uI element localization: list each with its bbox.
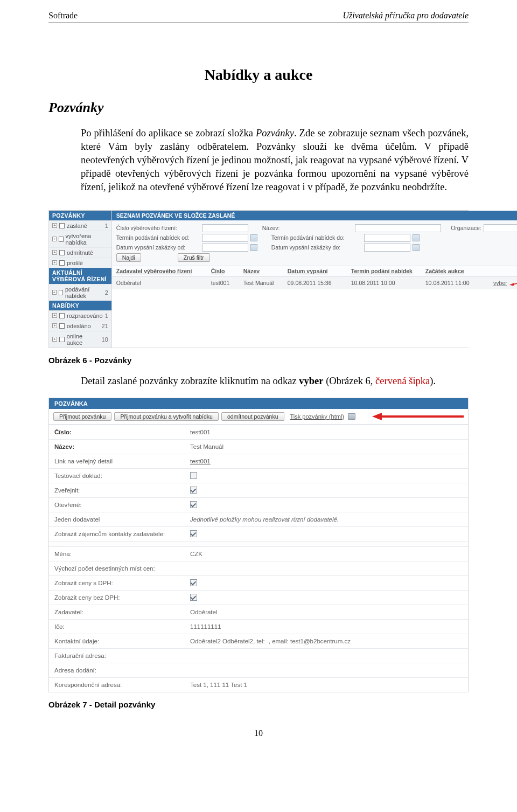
screenshot-pozvanky-list: POZVÁNKY +zaslané1+vytvořena nabídka+odm… — [48, 210, 469, 348]
printer-icon[interactable] — [348, 413, 355, 420]
sidebar-item[interactable]: +odesláno21 — [49, 321, 111, 331]
sidebar-item-label: odesláno — [67, 323, 91, 329]
sidebar-item[interactable]: +zaslané1 — [49, 220, 111, 231]
header-rule — [48, 23, 469, 23]
sidebar-item[interactable]: +odmítnuté — [49, 247, 111, 258]
sidebar-item-count: 21 — [102, 323, 108, 329]
filter-input-date[interactable] — [364, 244, 410, 252]
checkbox-icon[interactable] — [59, 313, 65, 318]
sidebar-item-count: 1 — [105, 223, 108, 229]
chapter-title: Nabídky a aukce — [48, 66, 469, 84]
checkbox-unchecked-icon[interactable] — [190, 472, 197, 479]
sidebar-item[interactable]: +podávání nabídek2 — [49, 284, 111, 301]
sidebar-section-aktualni: AKTUÁLNÍ VÝBĚROVÁ ŘÍZENÍ — [49, 268, 111, 284]
accept-button[interactable]: Přijmout pozvánku — [53, 412, 111, 421]
checkbox-checked-icon[interactable] — [190, 501, 197, 508]
detail-value-link[interactable]: test001 — [190, 458, 211, 464]
red-arrow-annotation — [509, 278, 517, 288]
clear-filter-button[interactable]: Zruš filtr — [178, 253, 210, 262]
calendar-icon[interactable] — [250, 234, 257, 241]
screenshot-pozvanka-detail: POZVÁNKA Přijmout pozvánku Přijmout pozv… — [48, 398, 469, 692]
detail-row: Ičo:111111111 — [49, 619, 468, 634]
detail-key: Zveřejnit: — [54, 487, 190, 494]
detail-value: Odběratel — [190, 609, 218, 615]
th[interactable]: Začátek aukce — [425, 268, 481, 274]
accept-and-create-button[interactable]: Přijmout pozvánku a vytvořit nabídku — [114, 412, 219, 421]
checkbox-icon[interactable] — [59, 337, 65, 342]
checkbox-icon[interactable] — [59, 323, 65, 329]
filter-input-cislo[interactable] — [202, 224, 248, 232]
checkbox-icon[interactable] — [59, 260, 65, 266]
detail-key: Kontaktní údaje: — [54, 638, 190, 644]
th[interactable]: Datum vypsání — [288, 268, 347, 274]
detail-value: test001 — [190, 429, 211, 435]
bold-vyber: vyber — [299, 376, 323, 386]
calendar-icon[interactable] — [413, 234, 420, 241]
th[interactable]: Název — [243, 268, 283, 274]
sidebar-item-count: 10 — [102, 336, 108, 343]
table-row: Odběratel test001 Test Manuál 09.08.2011… — [112, 276, 517, 289]
filter-label: Název: — [262, 225, 353, 231]
detail-row: Zadavatel:Odběratel — [49, 605, 468, 619]
checkbox-checked-icon[interactable] — [190, 530, 197, 537]
sidebar-section-pozvanky: POZVÁNKY — [49, 211, 111, 220]
sidebar-item-label: online aukce — [67, 333, 100, 346]
th[interactable]: Termín podání nabídek — [351, 268, 421, 274]
checkbox-checked-icon[interactable] — [190, 487, 197, 494]
detail-value: Odběratel2 Odběratel2, tel: -, email: te… — [190, 638, 351, 644]
filter-panel: Číslo výběrového řízení: Název: Organiza… — [112, 220, 517, 266]
expand-icon[interactable]: + — [52, 223, 57, 228]
checkbox-icon[interactable] — [59, 250, 65, 255]
sidebar-item[interactable]: +prošlé — [49, 258, 111, 268]
filter-input-nazev[interactable] — [355, 224, 441, 232]
main-panel: SEZNAM POZVÁNEK VE SLOŽCE ZASLANÉ Číslo … — [112, 211, 517, 348]
expand-icon[interactable]: + — [52, 323, 57, 328]
detail-row: Otevřené: — [49, 497, 468, 512]
filter-input-date[interactable] — [202, 244, 248, 252]
sidebar-item-label: prošlé — [67, 260, 83, 266]
filter-input-organizace[interactable] — [484, 224, 517, 232]
reject-button[interactable]: odmítnout pozvánku — [221, 412, 284, 421]
table-header: Zadavatel výběrového řízení Číslo Název … — [112, 266, 517, 276]
detail-row: Zobrazit zájemcům kontakty zadavatele: — [49, 526, 468, 541]
filter-input-date[interactable] — [202, 234, 248, 242]
cell-datum-vypsani: 09.08.2011 15:36 — [288, 280, 347, 286]
detail-row: Fakturační adresa: — [49, 648, 468, 663]
expand-icon[interactable]: + — [52, 313, 57, 318]
th[interactable]: Zadavatel výběrového řízení — [116, 268, 207, 274]
main-section-header: SEZNAM POZVÁNEK VE SLOŽCE ZASLANÉ — [112, 211, 517, 220]
sidebar-item[interactable]: +rozpracováno1 — [49, 310, 111, 321]
cell-cislo: test001 — [211, 280, 239, 286]
emphasis-pozvanky: Pozvánky — [256, 128, 294, 138]
checkbox-icon[interactable] — [59, 237, 64, 242]
text: (Obrázek 6, — [324, 376, 376, 386]
sidebar-item-label: vytvořena nabídka — [66, 233, 106, 246]
filter-input-date[interactable] — [364, 234, 410, 242]
expand-icon[interactable]: + — [52, 337, 57, 342]
checkbox-icon[interactable] — [59, 290, 63, 295]
detail-key: Adresa dodání: — [54, 667, 190, 674]
svg-marker-1 — [509, 283, 514, 286]
checkbox-checked-icon[interactable] — [190, 579, 197, 586]
cell-zacatek-aukce: 10.08.2011 11:00 — [425, 280, 481, 286]
find-button[interactable]: Najdi — [116, 253, 141, 262]
sidebar: POZVÁNKY +zaslané1+vytvořena nabídka+odm… — [49, 211, 112, 348]
sidebar-item[interactable]: +vytvořena nabídka — [49, 231, 111, 247]
intro-paragraph: Po přihlášení do aplikace se zobrazí slo… — [81, 127, 469, 194]
page-number: 10 — [48, 728, 469, 738]
calendar-icon[interactable] — [250, 244, 257, 251]
expand-icon[interactable]: + — [52, 237, 57, 241]
vyber-link[interactable]: vyber — [493, 280, 507, 286]
expand-icon[interactable]: + — [52, 250, 57, 255]
expand-icon[interactable]: + — [52, 260, 57, 265]
detail-key: Korespondenční adresa: — [54, 682, 190, 688]
detail-key: Zobrazit ceny s DPH: — [54, 580, 190, 586]
checkbox-checked-icon[interactable] — [190, 594, 197, 601]
checkbox-icon[interactable] — [59, 223, 65, 228]
print-link[interactable]: Tisk pozvánky (html) — [290, 413, 344, 420]
sidebar-item[interactable]: +online aukce10 — [49, 331, 111, 348]
calendar-icon[interactable] — [413, 244, 420, 251]
expand-icon[interactable]: + — [52, 290, 57, 295]
th[interactable]: Číslo — [211, 268, 239, 274]
filter-label: Termín podávání nabídek do: — [271, 234, 362, 241]
